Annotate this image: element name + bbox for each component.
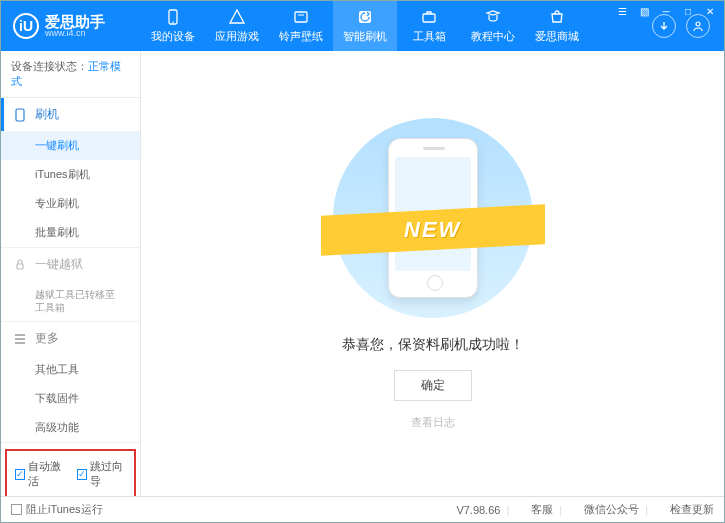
options-highlight: ✓ 自动激活 ✓ 跳过向导 [5,449,136,496]
statusbar: 阻止iTunes运行 V7.98.66 | 客服 | 微信公众号 | 检查更新 [1,496,724,522]
maximize-button[interactable]: □ [677,2,699,20]
svg-point-5 [696,22,700,26]
auto-activate-checkbox[interactable]: ✓ 自动激活 [15,459,65,489]
checkbox-label: 阻止iTunes运行 [26,502,103,517]
svg-rect-7 [17,264,23,269]
nav-label: 教程中心 [471,29,515,44]
menu-icon [13,332,27,346]
nav-my-device[interactable]: 我的设备 [141,1,205,51]
nav-toolbox[interactable]: 工具箱 [397,1,461,51]
checkbox-icon: ✓ [15,469,25,480]
flash-icon [356,8,374,26]
nav-apps[interactable]: 应用游戏 [205,1,269,51]
confirm-button[interactable]: 确定 [394,370,472,401]
app-name: 爱思助手 [45,14,105,29]
svg-rect-6 [16,109,24,121]
sidebar-item-other[interactable]: 其他工具 [1,355,140,384]
success-message: 恭喜您，保资料刷机成功啦！ [342,336,524,354]
support-link[interactable]: 客服 [531,502,553,517]
sidebar-item-pro[interactable]: 专业刷机 [1,189,140,218]
section-title: 刷机 [35,106,59,123]
sidebar-section-jailbreak[interactable]: 一键越狱 [1,248,140,281]
main-content: NEW 恭喜您，保资料刷机成功啦！ 确定 查看日志 [141,51,724,496]
nav-flash[interactable]: 智能刷机 [333,1,397,51]
jailbreak-note: 越狱工具已转移至 工具箱 [1,281,140,321]
toolbox-icon [420,8,438,26]
sidebar-section-more[interactable]: 更多 [1,322,140,355]
sidebar-section-flash[interactable]: 刷机 [1,98,140,131]
success-illustration: NEW [333,118,533,318]
check-update-link[interactable]: 检查更新 [670,502,714,517]
skin-icon[interactable]: ▧ [633,2,655,20]
sidebar-item-itunes[interactable]: iTunes刷机 [1,160,140,189]
nav-label: 智能刷机 [343,29,387,44]
app-url: www.i4.cn [45,29,105,38]
nav-store[interactable]: 爱思商城 [525,1,589,51]
checkbox-icon: ✓ [77,469,87,480]
nav-label: 铃声壁纸 [279,29,323,44]
checkbox-label: 跳过向导 [90,459,127,489]
wechat-link[interactable]: 微信公众号 [584,502,639,517]
tutorial-icon [484,8,502,26]
svg-point-1 [172,21,174,23]
section-title: 更多 [35,330,59,347]
nav-label: 爱思商城 [535,29,579,44]
sidebar: 设备连接状态：正常模式 刷机 一键刷机 iTunes刷机 专业刷机 批量刷机 一… [1,51,141,496]
block-itunes-checkbox[interactable]: 阻止iTunes运行 [11,502,103,517]
close-button[interactable]: ✕ [699,2,721,20]
nav-tutorials[interactable]: 教程中心 [461,1,525,51]
view-log-link[interactable]: 查看日志 [411,415,455,430]
skip-guide-checkbox[interactable]: ✓ 跳过向导 [77,459,127,489]
titlebar: iU 爱思助手 www.i4.cn 我的设备 应用游戏 铃声壁纸 智能刷机 [1,1,724,51]
menu-icon[interactable]: ☰ [611,2,633,20]
sidebar-item-firmware[interactable]: 下载固件 [1,384,140,413]
conn-label: 设备连接状态： [11,60,88,72]
sidebar-item-oneclick[interactable]: 一键刷机 [1,131,140,160]
app-logo-icon: iU [13,13,39,39]
checkbox-icon [11,504,22,515]
nav-ringtones[interactable]: 铃声壁纸 [269,1,333,51]
top-nav: 我的设备 应用游戏 铃声壁纸 智能刷机 工具箱 教程中心 [141,1,638,51]
svg-rect-4 [423,14,435,22]
nav-label: 工具箱 [413,29,446,44]
svg-rect-2 [295,12,307,22]
nav-label: 我的设备 [151,29,195,44]
minimize-button[interactable]: ─ [655,2,677,20]
apps-icon [228,8,246,26]
sidebar-item-advanced[interactable]: 高级功能 [1,413,140,442]
logo-area: iU 爱思助手 www.i4.cn [1,13,141,39]
phone-icon [164,8,182,26]
ribbon-text: NEW [404,217,461,243]
version-label: V7.98.66 [456,504,500,516]
nav-label: 应用游戏 [215,29,259,44]
lock-icon [13,258,27,272]
wallpaper-icon [292,8,310,26]
sidebar-item-batch[interactable]: 批量刷机 [1,218,140,247]
phone-icon [13,108,27,122]
section-title: 一键越狱 [35,256,83,273]
connection-status: 设备连接状态：正常模式 [1,51,140,98]
checkbox-label: 自动激活 [28,459,65,489]
store-icon [548,8,566,26]
